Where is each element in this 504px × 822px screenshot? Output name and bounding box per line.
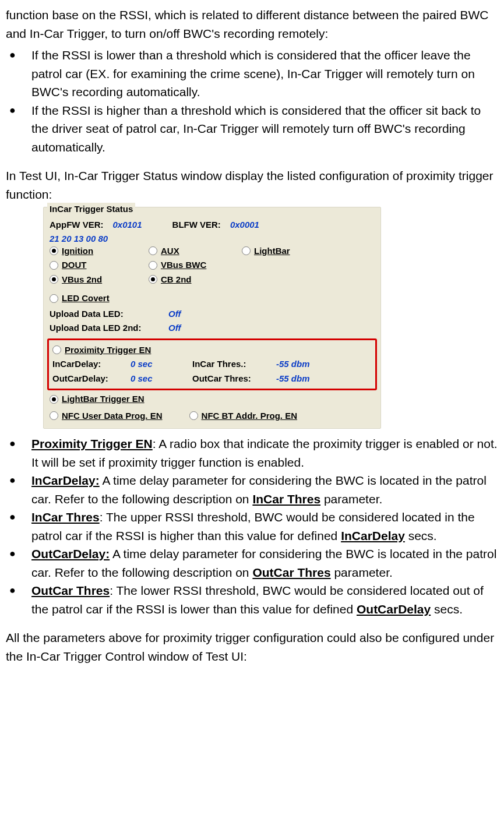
radio-vbusbwc[interactable] xyxy=(149,261,157,270)
def-outcarthres-term: OutCar Thres xyxy=(31,584,110,597)
appfw-value: 0x0101 xyxy=(110,218,144,232)
def-incarthres: InCar Thres: The upper RSSI threshold, B… xyxy=(6,508,498,545)
def-outcardelay-ref: OutCar Thres xyxy=(252,566,330,579)
raw-bytes: 21 20 13 00 80 xyxy=(50,232,110,246)
nfc-user-label: NFC User Data Prog. EN xyxy=(62,410,163,423)
intro-para-1: function base on the RSSI, which is rela… xyxy=(6,6,498,43)
highlight-box: Proximity Trigger EN InCarDelay: 0 sec I… xyxy=(47,338,377,391)
aux-label: AUX xyxy=(161,245,179,258)
def-outcardelay-term: OutCarDelay: xyxy=(31,547,110,560)
cb2nd-label: CB 2nd xyxy=(161,273,192,287)
appfw-label: AppFW VER: xyxy=(50,218,103,232)
def-incardelay-body-2: parameter. xyxy=(320,492,382,506)
intro-bullets: If the RSSI is lower than a threshold wh… xyxy=(6,46,498,156)
radio-dout[interactable] xyxy=(50,261,58,270)
radio-aux[interactable] xyxy=(149,246,157,255)
nfc-bt-label: NFC BT Addr. Prog. EN xyxy=(202,410,297,423)
radio-lightbar-en[interactable] xyxy=(50,395,58,404)
radio-ledcovert[interactable] xyxy=(50,294,58,303)
lightbar-en-label: LightBar Trigger EN xyxy=(62,393,144,406)
def-outcardelay-body-2: parameter. xyxy=(331,566,393,579)
def-incardelay-ref: InCar Thres xyxy=(252,492,320,506)
def-incarthres-ref: InCarDelay xyxy=(341,529,405,542)
def-outcarthres-ref: OutCarDelay xyxy=(357,602,431,616)
proximity-en-label: Proximity Trigger EN xyxy=(65,344,151,357)
intro-bullet-2: If the RSSI is higher than a threshold w… xyxy=(6,101,498,157)
uploadled2-label: Upload Data LED 2nd: xyxy=(50,322,164,335)
incarthres-value: -55 dbm xyxy=(274,358,332,371)
uploadled-value: Off xyxy=(166,308,375,321)
vbus2nd-label: VBus 2nd xyxy=(62,273,102,287)
ignition-label: Ignition xyxy=(62,245,93,258)
dout-label: DOUT xyxy=(62,259,87,272)
def-proximity-en: Proximity Trigger EN: A radio box that i… xyxy=(6,435,498,471)
def-proximity-en-term: Proximity Trigger EN xyxy=(31,437,153,450)
blfw-value: 0x0001 xyxy=(228,218,262,232)
outro-para: All the parameters above for proximity t… xyxy=(6,629,498,665)
radio-nfc-bt[interactable] xyxy=(189,411,198,420)
radio-vbus2nd[interactable] xyxy=(50,275,58,284)
outcarthres-label: OutCar Thres: xyxy=(192,372,272,386)
outcarthres-value: -55 dbm xyxy=(274,372,332,386)
vbusbwc-label: VBus BWC xyxy=(161,259,206,272)
radio-proximity-en[interactable] xyxy=(52,345,61,354)
radio-lightbar[interactable] xyxy=(242,246,251,255)
def-incardelay: InCarDelay: A time delay parameter for c… xyxy=(6,471,498,508)
outcardelay-label: OutCarDelay: xyxy=(52,372,126,386)
radio-cb2nd[interactable] xyxy=(149,275,157,284)
radio-nfc-user[interactable] xyxy=(50,411,58,420)
incardelay-label: InCarDelay: xyxy=(52,358,126,371)
panel-title: InCar Trigger Status xyxy=(47,203,135,216)
uploadled-label: Upload Data LED: xyxy=(50,308,164,321)
intro-bullet-1: If the RSSI is lower than a threshold wh… xyxy=(6,46,498,101)
status-screenshot: InCar Trigger Status AppFW VER: 0x0101 B… xyxy=(43,207,381,429)
ledcovert-label: LED Covert xyxy=(62,292,110,305)
outcardelay-value: 0 sec xyxy=(128,372,192,386)
intro-para-2: In Test UI, In-Car Trigger Status window… xyxy=(6,167,498,203)
def-incarthres-term: InCar Thres xyxy=(31,510,100,524)
lightbar-label: LightBar xyxy=(254,245,290,258)
uploadled2-value: Off xyxy=(166,322,375,335)
def-incardelay-term: InCarDelay: xyxy=(31,474,100,487)
def-incarthres-body-2: secs. xyxy=(405,529,437,542)
radio-ignition[interactable] xyxy=(50,246,58,255)
def-outcardelay: OutCarDelay: A time delay parameter for … xyxy=(6,545,498,581)
incarthres-label: InCar Thres.: xyxy=(192,358,272,371)
def-outcarthres: OutCar Thres: The lower RSSI threshold, … xyxy=(6,581,498,618)
incardelay-value: 0 sec xyxy=(128,358,192,371)
def-outcarthres-body-2: secs. xyxy=(431,602,463,616)
options-grid: Ignition AUX LightBar DOUT VBus BWC VBus… xyxy=(50,245,375,287)
definitions-list: Proximity Trigger EN: A radio box that i… xyxy=(6,435,498,618)
blfw-label: BLFW VER: xyxy=(172,218,221,232)
